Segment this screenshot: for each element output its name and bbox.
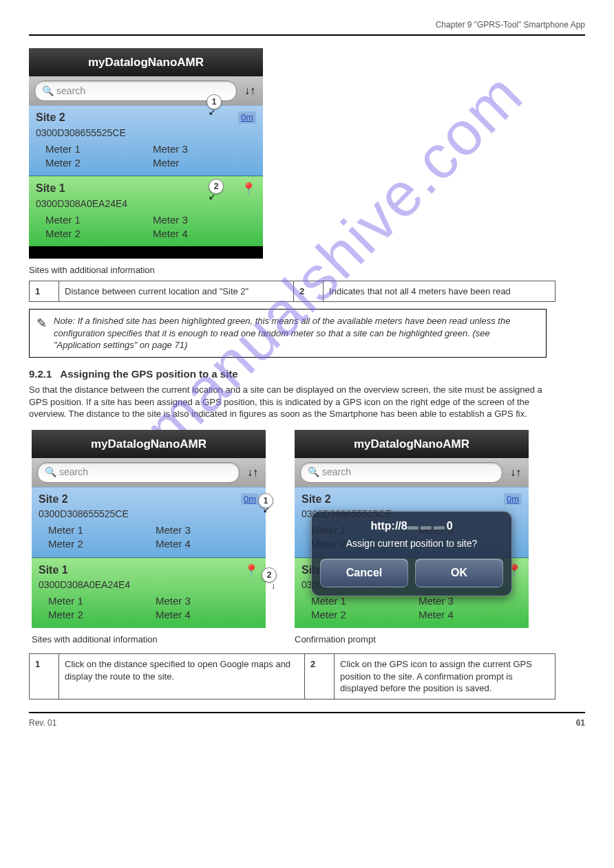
legend-num: 1 <box>30 654 59 699</box>
site-name: Site 1 <box>39 563 259 578</box>
site-serial: 0300D308655525CE <box>39 508 259 521</box>
section-heading: 9.2.1 Assigning the GPS position to a si… <box>29 367 585 381</box>
meter-label: Meter 3 <box>419 594 522 608</box>
dialog-title: http://8▬▬▬0 <box>320 519 503 534</box>
meter-grid: Meter 1 Meter 3 Meter 2 Meter <box>36 140 256 171</box>
meter-grid: Meter 1 Meter 3 Meter 2 Meter 4 <box>39 521 259 552</box>
meter-label: Meter 3 <box>153 213 256 227</box>
legend-text: Indicates that not all 4 meters have bee… <box>324 281 555 302</box>
search-placeholder: search <box>59 466 88 479</box>
pin-icon[interactable]: 📍 <box>241 181 256 197</box>
legend-text: Click on the GPS icon to assign the curr… <box>335 654 555 699</box>
phone-screenshot-2: myDatalogNanoAMR 🔍 search ↓↑ 0m Site 2 0… <box>32 430 266 628</box>
meter-label: Meter 1 <box>48 594 151 608</box>
page-number: 61 <box>576 717 585 728</box>
search-bar: 🔍 search ↓↑ <box>29 76 263 105</box>
footer-rev: Rev. 01 <box>29 717 56 728</box>
ok-button[interactable]: OK <box>415 558 503 587</box>
meter-label: Meter 2 <box>48 537 151 551</box>
app-title: myDatalogNanoAMR <box>29 48 263 76</box>
cancel-button[interactable]: Cancel <box>320 558 408 587</box>
note-text: Note: If a finished site has been highli… <box>54 315 539 351</box>
search-bar: 🔍 search ↓↑ <box>295 458 529 487</box>
search-input[interactable]: 🔍 search <box>34 80 237 101</box>
meter-label: Meter 4 <box>156 608 259 622</box>
arrow-icon: ↙ <box>263 504 270 515</box>
search-input[interactable]: 🔍 search <box>37 462 240 483</box>
meter-label: Meter <box>153 156 256 170</box>
section-number: 9.2.1 <box>29 368 52 380</box>
site-serial: 0300D308A0EA24E4 <box>36 197 256 210</box>
app-title: myDatalogNanoAMR <box>295 430 529 458</box>
search-placeholder: search <box>322 466 351 479</box>
meter-label: Meter 4 <box>419 608 522 622</box>
note-icon: ✎ <box>36 315 47 351</box>
site-1-row[interactable]: 📍 Site 1 0300D308A0EA24E4 Meter 1 Meter … <box>29 176 263 246</box>
site-name: Site 2 <box>36 110 256 125</box>
legend-table-2: 1 Click on the distance specified to ope… <box>29 653 555 699</box>
doc-header: Chapter 9 "GPRS-Tool" Smartphone App <box>29 19 585 36</box>
phone-screenshot-1: myDatalogNanoAMR 🔍 search ↓↑ 0m Site 2 0… <box>29 48 263 259</box>
search-input[interactable]: 🔍 search <box>300 462 502 483</box>
sort-icon[interactable]: ↓↑ <box>245 465 260 480</box>
meter-grid: Meter 1 Meter 3 Meter 2 Meter 4 <box>36 210 256 241</box>
arrow-icon: ↙ <box>209 191 215 202</box>
figure-caption: Confirmation prompt <box>295 633 529 646</box>
meter-label: Meter 2 <box>45 227 149 241</box>
phone-screenshot-3: myDatalogNanoAMR 🔍 search ↓↑ 0m Site 2 0… <box>295 430 529 628</box>
meter-label: Meter 2 <box>45 156 149 170</box>
bottom-strip <box>29 246 263 259</box>
distance-badge[interactable]: 0m <box>241 493 259 506</box>
arrow-icon: ↓ <box>271 581 275 592</box>
legend-num: 2 <box>294 281 324 302</box>
site-2-row[interactable]: 0m Site 2 0300D308655525CE Meter 1 Meter… <box>32 487 266 558</box>
figure-caption: Sites with additional information <box>29 264 585 276</box>
meter-label: Meter 1 <box>45 213 149 227</box>
site-serial: 0300D308655525CE <box>36 127 256 140</box>
dialog-title-prefix: http://8 <box>370 520 407 532</box>
meter-label: Meter 1 <box>311 594 414 608</box>
meter-label: Meter 2 <box>48 608 151 622</box>
legend-num: 2 <box>305 654 335 699</box>
search-icon: 🔍 <box>45 466 56 479</box>
site-2-row[interactable]: 0m Site 2 0300D308655525CE Meter 1 Meter… <box>29 105 263 176</box>
section-body: So that the distance between the current… <box>29 384 552 420</box>
search-bar: 🔍 search ↓↑ <box>32 458 266 487</box>
meter-grid: Meter 1 Meter 3 Meter 2 Meter 4 <box>39 592 259 622</box>
header-right: Chapter 9 "GPRS-Tool" Smartphone App <box>436 19 585 30</box>
search-placeholder: search <box>56 85 85 98</box>
meter-grid: Meter 1 Meter 3 Meter 2 Meter 4 <box>301 592 522 622</box>
site-serial: 0300D308A0EA24E4 <box>39 578 259 592</box>
meter-label: Meter 4 <box>156 537 259 551</box>
meter-label: Meter 3 <box>153 142 256 156</box>
app-title: myDatalogNanoAMR <box>32 430 266 458</box>
meter-label: Meter 3 <box>156 594 259 608</box>
site-name: Site 2 <box>301 492 522 507</box>
legend-num: 1 <box>30 281 59 302</box>
pin-icon[interactable]: 📍 <box>244 563 259 579</box>
site-name: Site 2 <box>39 492 259 507</box>
search-icon: 🔍 <box>42 85 54 98</box>
meter-label: Meter 1 <box>45 142 149 156</box>
confirm-dialog: http://8▬▬▬0 Assign current position to … <box>311 511 512 596</box>
sort-icon[interactable]: ↓↑ <box>508 465 523 480</box>
sort-icon[interactable]: ↓↑ <box>242 83 257 98</box>
meter-label: Meter 2 <box>311 608 414 622</box>
search-icon: 🔍 <box>308 466 319 479</box>
site-1-row[interactable]: 📍 Site 1 0300D308A0EA24E4 Meter 1 Meter … <box>32 558 266 628</box>
figure-caption: Sites with additional information <box>32 633 266 646</box>
meter-label: Meter 3 <box>156 523 259 537</box>
distance-badge[interactable]: 0m <box>238 111 256 124</box>
section-title-text: Assigning the GPS position to a site <box>60 368 237 380</box>
doc-footer: Rev. 01 61 <box>29 712 585 728</box>
arrow-icon: ↙ <box>209 107 215 118</box>
meter-label: Meter 4 <box>153 227 256 241</box>
legend-text: Click on the distance specified to open … <box>59 654 305 699</box>
meter-label: Meter 1 <box>48 523 151 537</box>
legend-table-1: 1 Distance between current location and … <box>29 281 555 303</box>
distance-badge[interactable]: 0m <box>504 493 522 506</box>
note-box: ✎ Note: If a finished site has been high… <box>29 309 547 358</box>
legend-text: Distance between current location and "S… <box>59 281 294 302</box>
dialog-title-suffix: 0 <box>447 520 453 532</box>
dialog-message: Assign current position to site? <box>320 537 503 550</box>
